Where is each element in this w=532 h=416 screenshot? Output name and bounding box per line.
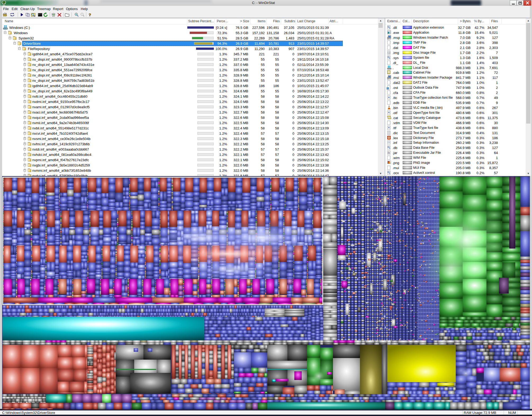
svg-text:?: ?	[89, 12, 91, 17]
svg-text:C:\: C:\	[39, 13, 42, 15]
